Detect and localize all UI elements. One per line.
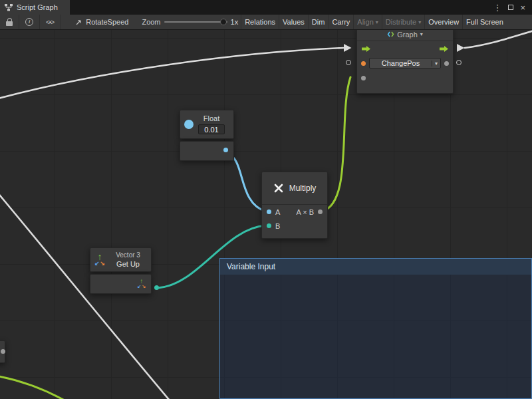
multiply-header[interactable]: Multiply [262,172,327,204]
graph-breadcrumb[interactable]: RotateSpeed [75,18,128,26]
maximize-icon[interactable] [508,5,513,10]
flow-port-row [357,41,453,56]
tab-script-graph[interactable]: Script Graph [0,0,70,15]
chevron-down-icon: ▾ [420,31,423,37]
changepos-row: ChangePos ▾ [357,56,453,70]
vector3-node-body[interactable]: ↑ ↙↘ Vector 3 Get Up [90,247,152,272]
multiply-result-port[interactable] [318,209,323,214]
menu-icon[interactable]: ⋮ [493,3,501,13]
value-wire-bottom-left[interactable] [0,376,65,399]
vector3-output-port[interactable] [154,285,159,290]
zoom-slider[interactable] [164,15,227,29]
tab-bar: Script Graph ⋮ × [0,0,532,15]
free-port-left[interactable] [346,60,351,65]
window-controls: ⋮ × [486,0,532,15]
multiply-node[interactable]: Multiply A A × B B [261,172,328,239]
free-port-right[interactable] [456,60,462,65]
multiply-row-a: A A × B [262,205,327,219]
flow-wire-out[interactable] [465,31,532,48]
chevron-down-icon: ▾ [418,19,421,25]
lock-button[interactable] [0,15,19,29]
graph-name: RotateSpeed [86,18,128,26]
graph-unit-title: Graph [397,31,418,39]
zoom-slider-track[interactable] [164,21,227,23]
close-icon[interactable]: × [520,3,525,13]
chevron-down-icon: ▾ [376,19,378,25]
zoom-value: 1x [231,18,239,26]
vector3-icon: ↑ ↙↘ [94,253,105,267]
flow-wire-in-arrowhead [344,44,352,52]
rotatespeed-icon [75,19,82,26]
variable-input-group[interactable]: Variable Input [219,258,532,399]
edge-node-port[interactable] [1,349,5,354]
vector3-subtitle: Get Up [116,260,140,268]
value-in-port[interactable] [361,76,366,80]
float-title: Float [203,114,219,122]
overview-button[interactable]: Overview [424,15,462,29]
multiply-icon [273,183,284,194]
script-graph-icon [5,4,13,11]
value-in-row [357,70,453,85]
values-button[interactable]: Values [279,15,308,29]
full-screen-button[interactable]: Full Screen [462,15,507,29]
zoom-slider-knob[interactable] [220,19,227,25]
align-button: Align ▾ [353,15,381,29]
vector3-port-strip[interactable]: ↑ ↙↘ [90,274,152,294]
relations-button[interactable]: Relations [241,15,279,29]
distribute-button: Distribute ▾ [382,15,424,29]
float-output-port[interactable] [223,148,228,152]
flow-wire-in[interactable] [0,48,343,99]
graph-unit-header[interactable]: Graph ▾ [357,30,453,41]
info-button[interactable]: i [19,15,40,29]
changepos-dropdown[interactable]: ChangePos ▾ [369,58,441,68]
code-preview-button[interactable]: <•> [40,15,61,29]
float-icon [184,120,194,129]
flow-in-port-icon[interactable] [361,45,371,53]
graph-canvas[interactable]: Variable Input Graph ▾ [0,30,532,399]
float-value-input[interactable]: 0.01 [198,124,225,134]
vector3-node[interactable]: ↑ ↙↘ Vector 3 Get Up ↑ ↙↘ [90,247,152,294]
port-result-label: A × B [296,208,314,216]
lock-icon [6,18,13,26]
group-header[interactable]: Variable Input [220,259,531,275]
float-node-body[interactable]: Float 0.01 [180,110,234,139]
code-icon: <•> [46,19,54,26]
port-b-label: B [275,222,280,230]
unity-visual-scripting-window: Script Graph ⋮ × i <•> RotateSpeed Zoom [0,0,532,399]
float-port-strip[interactable] [180,141,234,161]
dropdown-value: ChangePos [370,59,432,67]
flow-wire-diagonal[interactable] [0,192,170,399]
multiply-row-b: B [262,219,327,233]
tab-title: Script Graph [17,3,58,11]
value-out-port[interactable] [444,61,449,66]
flow-out-port-icon[interactable] [439,45,449,53]
graph-toolbar: i <•> RotateSpeed Zoom 1x Relations Valu… [0,15,532,30]
dim-button[interactable]: Dim [308,15,329,29]
graph-unit-node[interactable]: Graph ▾ ChangePos ▾ [356,30,454,94]
toolbar-buttons: Relations Values Dim Carry Align ▾ Distr… [241,15,507,29]
vector3-title: Vector 3 [116,251,140,259]
info-icon: i [25,18,33,26]
flow-wire-out-arrowhead [457,44,465,52]
carry-button[interactable]: Carry [328,15,353,29]
port-a-label: A [275,208,280,216]
multiply-b-port[interactable] [267,223,271,228]
chevron-down-icon: ▾ [432,61,440,66]
multiply-a-port[interactable] [267,209,271,214]
multiply-title: Multiply [289,184,317,193]
target-port[interactable] [361,61,366,66]
zoom-label: Zoom [142,18,160,26]
graph-icon [387,31,394,38]
group-title: Variable Input [227,262,275,271]
vector3-port-icon: ↑ ↙↘ [137,279,146,289]
float-node[interactable]: Float 0.01 [180,110,234,161]
wire-float-to-multiply-a[interactable] [227,154,266,211]
